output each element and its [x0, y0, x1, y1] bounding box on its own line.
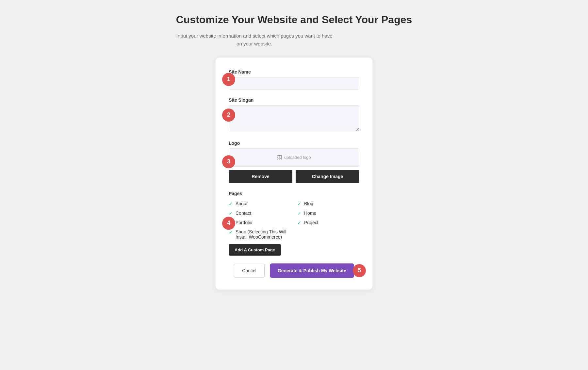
form-footer: Cancel Generate & Publish My Website 5: [229, 263, 359, 278]
generate-button[interactable]: Generate & Publish My Website: [270, 263, 354, 278]
site-name-label: Site Name: [229, 69, 359, 75]
check-icon-shop: ✓: [229, 229, 233, 235]
page-label-project: Project: [304, 220, 318, 225]
pages-label: Pages: [229, 191, 359, 196]
page-label-home: Home: [304, 210, 316, 216]
site-slogan-section: 2 Site Slogan: [229, 97, 359, 133]
page-header: Customize Your Website and Select Your P…: [176, 13, 412, 48]
page-label-shop: Shop (Selecting This Will Install WooCom…: [236, 229, 291, 240]
page-item-project[interactable]: ✓ Project: [297, 220, 359, 226]
page-item-portfolio[interactable]: ✓ Portfolio: [229, 220, 291, 226]
check-icon-contact: ✓: [229, 210, 233, 216]
page-label-contact: Contact: [236, 210, 251, 216]
page-label-about: About: [236, 201, 248, 206]
page-label-blog: Blog: [304, 201, 313, 206]
site-name-input[interactable]: [229, 77, 359, 90]
check-icon-project: ✓: [297, 220, 302, 226]
step-badge-1: 1: [222, 73, 235, 86]
cancel-button[interactable]: Cancel: [234, 264, 265, 278]
logo-section: 3 Logo uploaded logo Remove Change Image: [229, 141, 359, 183]
page-label-portfolio: Portfolio: [236, 220, 252, 225]
site-name-section: 1 Site Name: [229, 69, 359, 90]
pages-section: 4 Pages ✓ About ✓ Blog ✓ Contact ✓ Home …: [229, 191, 359, 256]
step-badge-2: 2: [222, 109, 235, 122]
logo-preview: uploaded logo: [229, 148, 359, 167]
step-badge-4: 4: [222, 217, 235, 230]
site-slogan-input[interactable]: [229, 105, 359, 131]
logo-preview-text: uploaded logo: [284, 155, 311, 160]
add-custom-page-button[interactable]: Add A Custom Page: [229, 244, 281, 256]
check-icon-home: ✓: [297, 210, 302, 216]
page-subtitle: Input your website information and selec…: [176, 32, 333, 48]
check-icon-about: ✓: [229, 201, 233, 207]
pages-grid: ✓ About ✓ Blog ✓ Contact ✓ Home ✓ Portfo…: [229, 201, 359, 240]
page-item-shop[interactable]: ✓ Shop (Selecting This Will Install WooC…: [229, 229, 291, 240]
step-badge-5: 5: [353, 264, 366, 277]
page-item-blog[interactable]: ✓ Blog: [297, 201, 359, 207]
check-icon-blog: ✓: [297, 201, 302, 207]
page-item-home[interactable]: ✓ Home: [297, 210, 359, 216]
logo-buttons: Remove Change Image: [229, 170, 359, 183]
page-item-about[interactable]: ✓ About: [229, 201, 291, 207]
step-badge-3: 3: [222, 155, 235, 168]
change-image-button[interactable]: Change Image: [296, 170, 359, 183]
remove-button[interactable]: Remove: [229, 170, 292, 183]
page-item-contact[interactable]: ✓ Contact: [229, 210, 291, 216]
form-card: 1 Site Name 2 Site Slogan 3 Logo uploade…: [216, 58, 372, 290]
logo-label: Logo: [229, 141, 359, 146]
page-title: Customize Your Website and Select Your P…: [176, 13, 412, 27]
site-slogan-label: Site Slogan: [229, 97, 359, 103]
